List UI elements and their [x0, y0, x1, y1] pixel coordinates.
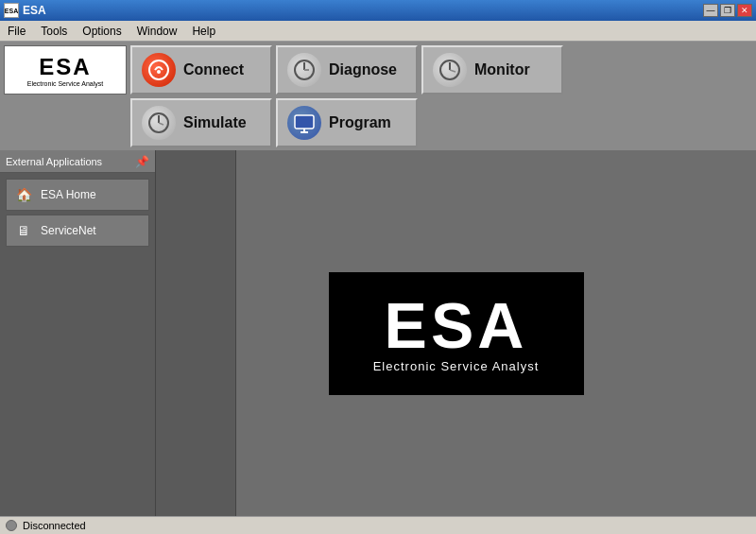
connect-button[interactable]: Connect [130, 45, 272, 95]
menu-help[interactable]: Help [184, 23, 223, 40]
center-logo-subtitle: Electronic Service Analyst [373, 359, 540, 373]
restore-button[interactable]: ❐ [720, 4, 735, 17]
toolbar-bottom-row: Simulate Program [4, 98, 418, 147]
servicenet-icon: 🖥 [14, 221, 33, 240]
sidebar-title: External Applications [6, 156, 102, 167]
simulate-button[interactable]: Simulate [130, 98, 272, 147]
sidebar-header: External Applications 📌 [0, 150, 155, 173]
connect-icon [142, 53, 176, 87]
connect-label: Connect [183, 61, 244, 78]
sidebar-pin-icon[interactable]: 📌 [135, 155, 149, 168]
menu-window[interactable]: Window [129, 23, 185, 40]
app-icon: ESA [4, 3, 19, 18]
diagnose-button[interactable]: Diagnose [276, 45, 418, 95]
logo-subtitle: Electronic Service Analyst [27, 80, 104, 87]
title-bar-left: ESA ESA [4, 3, 46, 18]
sidebar-servicenet-label: ServiceNet [41, 224, 96, 237]
logo-text: ESA [39, 54, 91, 80]
monitor-label: Monitor [474, 61, 530, 78]
sidebar-items: 🏠 ESA Home 🖥 ServiceNet [0, 173, 155, 252]
monitor-icon [433, 53, 467, 87]
sidebar-esa-home-label: ESA Home [41, 188, 96, 201]
content-left-panel [156, 150, 236, 516]
menu-file[interactable]: File [0, 23, 33, 40]
window-title: ESA [23, 4, 46, 17]
minimize-button[interactable]: — [703, 4, 718, 17]
title-bar: ESA ESA — ❐ ✕ [0, 0, 756, 21]
toolbar-top-row: ESA Electronic Service Analyst Connect D… [4, 45, 563, 95]
diagnose-icon [287, 53, 321, 87]
status-bar: Disconnected [0, 516, 756, 534]
home-icon: 🏠 [14, 185, 33, 204]
sidebar: External Applications 📌 🏠 ESA Home 🖥 Ser… [0, 150, 156, 516]
sidebar-item-esa-home[interactable]: 🏠 ESA Home [6, 179, 149, 211]
center-logo-text: ESA [385, 293, 528, 357]
center-logo: ESA Electronic Service Analyst [329, 272, 584, 395]
status-indicator [6, 520, 17, 531]
svg-rect-11 [295, 115, 314, 129]
content-area: ESA Electronic Service Analyst [156, 150, 756, 516]
program-icon [287, 106, 321, 140]
menu-tools[interactable]: Tools [33, 23, 75, 40]
program-button[interactable]: Program [276, 98, 418, 147]
svg-line-7 [450, 70, 455, 72]
svg-point-1 [157, 70, 161, 74]
menu-options[interactable]: Options [75, 23, 129, 40]
window-controls: — ❐ ✕ [703, 4, 752, 17]
monitor-button[interactable]: Monitor [421, 45, 563, 95]
app-logo: ESA Electronic Service Analyst [4, 45, 127, 95]
close-button[interactable]: ✕ [737, 4, 752, 17]
sidebar-item-servicenet[interactable]: 🖥 ServiceNet [6, 215, 149, 247]
simulate-icon [142, 106, 176, 140]
toolbar: ESA Electronic Service Analyst Connect D… [0, 42, 756, 150]
main-area: External Applications 📌 🏠 ESA Home 🖥 Ser… [0, 150, 756, 516]
diagnose-label: Diagnose [329, 61, 397, 78]
menu-bar: File Tools Options Window Help [0, 21, 756, 42]
simulate-label: Simulate [183, 114, 247, 131]
svg-line-10 [159, 123, 163, 125]
program-label: Program [329, 114, 391, 131]
status-text: Disconnected [23, 520, 86, 531]
